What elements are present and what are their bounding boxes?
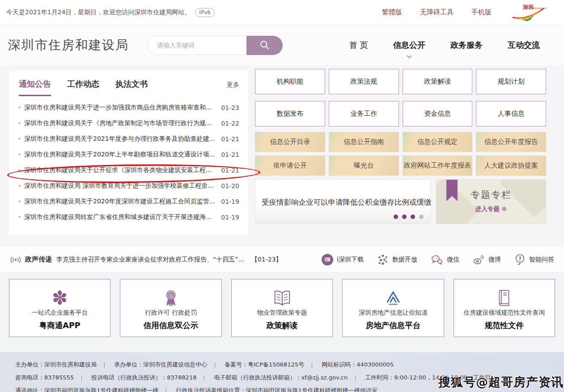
special-column-title: 专题专栏: [437, 189, 546, 201]
footer-email: 电子邮箱（行政执法投诉邮箱）：xf@zjj.sz.gov.cn: [214, 374, 348, 381]
news-item[interactable]: 深圳市住房和建设局关于2021年度参与办理行政事务及协助查处建... 01-21: [19, 131, 239, 147]
tab-notices[interactable]: 通知公告: [19, 79, 51, 96]
mobile-version-link[interactable]: 手机版: [471, 8, 492, 17]
nav-info-disclosure[interactable]: 信息公开: [393, 40, 425, 51]
footer-complaint-box-location: 行政执法投诉举报箱位置：深圳市福田区振兴路1号住建科研楼附楼一楼信访室: [176, 387, 377, 392]
quick-link-data-release[interactable]: 数据发布: [255, 101, 325, 126]
footer-undertaker: 承办单位：深圳市住房建设信息中心: [114, 361, 207, 368]
data-open-icon: [377, 254, 389, 266]
top-utility-bar: 今天是2021年1月24日，星期日，欢迎您访问深圳市住建局网站。 IPv6 繁體…: [0, 0, 564, 25]
medal-icon: 信: [161, 287, 181, 310]
news-item[interactable]: 深圳市住房和建设局转发广东省住房和城乡建设厅关于开展违规海... 01-19: [19, 209, 239, 225]
quick-link-funds-info[interactable]: 资金信息: [403, 101, 473, 126]
qa-icon: ?: [514, 253, 526, 266]
tab-work-updates[interactable]: 工作动态: [67, 79, 99, 95]
quick-link-business-work[interactable]: 业务工作: [329, 101, 399, 126]
quick-link-website-annual-report[interactable]: 政府网站工作年度报表: [403, 156, 473, 176]
news-list: 深圳市住房和建设局关于进一步加强我市商品住房购房资格审查和... 01-23 深…: [19, 100, 239, 225]
bullet-icon: [19, 216, 20, 218]
site-title: 深圳市住房和建设局: [8, 37, 129, 54]
card-policy-interpretation[interactable]: 物业管理政策专题 政策解读: [231, 279, 333, 337]
bullet-icon: [19, 169, 20, 171]
divider: [355, 375, 356, 381]
divider: [215, 362, 215, 368]
card-yueshangtong-app[interactable]: ✽ 一站式企业服务平台 粤商通APP: [9, 279, 110, 337]
carousel-dot[interactable]: [419, 215, 424, 219]
bullet-icon: [19, 185, 20, 186]
divider: [81, 375, 82, 381]
footer-complaint-phone: 投诉电话（行政执法投诉）：83788218: [91, 374, 196, 381]
more-link[interactable]: 更多: [227, 81, 239, 89]
quick-link-annual-report[interactable]: 信息公开年度报告: [476, 132, 546, 152]
quick-link-policies[interactable]: 政策法规: [329, 69, 399, 94]
quick-link-on-request-disclosure[interactable]: 依申请公开: [255, 156, 325, 176]
wechat-link[interactable]: 微信: [431, 254, 459, 265]
quick-link-npc-cppcc-proposals[interactable]: 人大建议政协提案: [476, 156, 546, 176]
open-book-icon: [272, 287, 293, 310]
flower-icon: ✽: [52, 289, 68, 308]
quick-link-info-rules[interactable]: 信息公开规定: [403, 132, 473, 152]
ishenzhen-download-link[interactable]: i深 i深圳下载: [322, 254, 364, 266]
quick-link-personnel-info[interactable]: 人事信息: [476, 101, 546, 126]
search-input[interactable]: [148, 36, 246, 55]
carousel-banner[interactable]: 受疫情影响企业可以申请降低公积金缴存比例或缓缴: [255, 179, 430, 224]
mountain-logo-icon: [383, 287, 403, 310]
footer-host-unit: 主办单位：深圳市住房和建设局: [15, 361, 97, 368]
weibo-link[interactable]: 微博: [473, 254, 501, 265]
service-cards: ✽ 一站式企业服务平台 粤商通APP 信 行政许可 行政处罚 信用信息双公示: [9, 279, 555, 337]
ipv6-badge[interactable]: IPv6: [195, 8, 215, 17]
main-content: 通知公告 工作动态 执法文书 更多 深圳市住房和建设局关于进一步加强我市商品住房…: [0, 65, 564, 247]
broadcast-icon: [10, 255, 21, 265]
news-item[interactable]: 深圳市住房和建设局关于2020年上半年勘察项目和轨道交通设计项... 01-21: [19, 147, 239, 162]
quick-link-info-catalog[interactable]: 信息公开目录: [255, 132, 325, 152]
data-open-link[interactable]: 数据开放: [377, 254, 417, 266]
quick-link-org-functions[interactable]: 机构职能: [255, 69, 325, 94]
divider: [166, 388, 166, 392]
footer-site-id: 网站标识码：4403000005: [322, 361, 394, 368]
footer: 主办单位：深圳市住房和建设局 承办单位：深圳市住房建设信息中心 备案号：粤ICP…: [0, 352, 564, 392]
main-nav: 首 页 信息公开 政务服务 互动交流: [349, 40, 540, 51]
card-credit-info[interactable]: 信 行政许可 行政处罚 信用信息双公示: [120, 279, 221, 337]
footer-icp-number: 备案号：粤ICP备15068125号: [225, 361, 304, 368]
nav-interaction[interactable]: 互动交流: [508, 40, 540, 51]
quick-link-info-guide[interactable]: 信息公开指南: [329, 132, 399, 152]
ticker-headline[interactable]: 李克强主持召开专家企业家座谈会征求对政府工作报告、“十四五”...: [56, 256, 244, 264]
news-item[interactable]: 深圳市住房和建设局关于公开征求《深圳市各类物业建筑安装工程... 01-21: [19, 162, 239, 178]
quick-link-exposure-platform[interactable]: 曝光台: [329, 156, 399, 176]
banner-headline: 受疫情影响企业可以申请降低公积金缴存比例或缓缴: [262, 198, 432, 207]
smart-qa-link[interactable]: ? 智能问答: [514, 253, 554, 266]
ishenzhen-badge-icon: i深: [322, 254, 333, 266]
search-icon: [259, 39, 271, 51]
enter-special-link[interactable]: 进入专题 ⊕: [437, 205, 546, 213]
news-item[interactable]: 深圳市住房和建设局关于进一步加强我市商品住房购房资格审查和... 01-23: [19, 100, 239, 115]
news-ticker-strip: 政声传递 李克强主持召开专家企业家座谈会征求对政府工作报告、“十四五”... 【…: [0, 247, 564, 273]
search-button[interactable]: [246, 36, 283, 55]
book-icon: [495, 287, 513, 310]
shenzhen-city-logo[interactable]: 深圳 SHENZHEN·CHINA: [509, 3, 546, 22]
service-shortcuts: i深 i深圳下载 数据开放: [322, 253, 554, 266]
special-column-card[interactable]: 专题专栏 进入专题 ⊕: [436, 179, 546, 224]
carousel-dot[interactable]: [411, 215, 415, 219]
news-item[interactable]: 深圳市住房和建设局关于2020年度深圳市建设工程施工合同后监管... 01-19: [19, 194, 239, 209]
carousel-dot[interactable]: [402, 215, 407, 219]
nav-gov-services[interactable]: 政务服务: [450, 40, 483, 51]
traditional-chinese-link[interactable]: 繁體版: [382, 8, 402, 17]
card-normative-documents[interactable]: 住房建设领域规范性文件查询 规范性文件: [454, 279, 555, 337]
ticker-label: 政声传递: [25, 255, 52, 264]
weibo-icon: [473, 254, 485, 265]
news-item[interactable]: 深圳市住房和建设局关于《房地产政策制定与市场管理行政行为规... 01-22: [19, 115, 239, 131]
carousel-dot[interactable]: [394, 215, 398, 219]
quick-link-policy-interpretation[interactable]: 政策解读: [403, 69, 473, 94]
divider: [312, 362, 312, 368]
news-item[interactable]: 深圳市住房和建设局 深圳市教育局关于进一步加强学校装修工程质... 01-20: [19, 178, 239, 194]
footer-address: 通讯地址：深圳市福田区振兴路1号住建科研楼附楼一楼: [15, 387, 158, 392]
site-header: 深圳市住房和建设局 首 页 信息公开 政务服务 互动交流: [0, 25, 564, 65]
quick-link-planning[interactable]: 规划计划: [476, 69, 546, 94]
ticker-date: 【01-23】: [251, 256, 282, 264]
accessibility-tools-link[interactable]: 无障碍工具: [420, 8, 454, 17]
welcome-text: 今天是2021年1月24日，星期日，欢迎您访问深圳市住建局网站。: [6, 8, 191, 17]
nav-home[interactable]: 首 页: [349, 40, 368, 51]
footer-work-hours: 工作时间：9:00-12:00，14:00-18:00（工作日）: [365, 374, 496, 381]
tab-enforcement-docs[interactable]: 执法文书: [115, 79, 148, 95]
card-real-estate-platform[interactable]: 深圳房地产信息让你知道 房地产信息平台: [342, 279, 444, 337]
